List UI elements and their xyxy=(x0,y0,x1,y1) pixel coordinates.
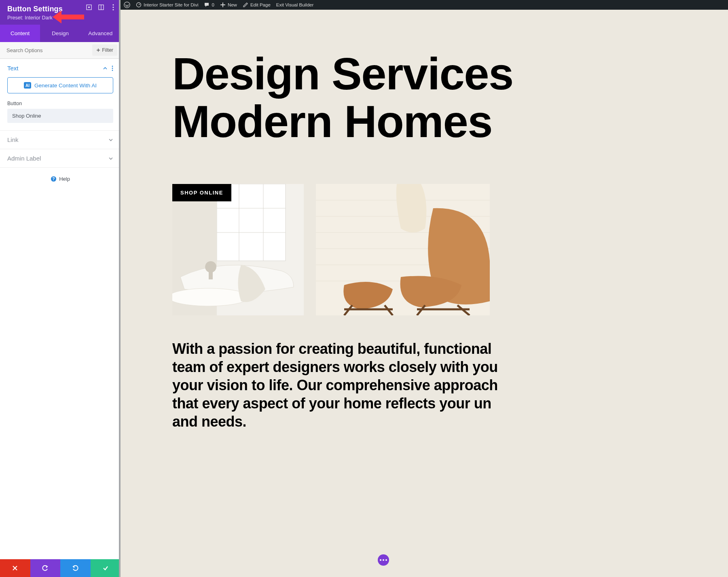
help-label: Help xyxy=(59,176,70,182)
search-input[interactable] xyxy=(0,42,89,58)
wp-admin-bar: Interior Starter Site for Divi 0 New Edi… xyxy=(121,0,728,10)
settings-sidebar: Button Settings Preset: Interior Dark xyxy=(0,0,121,577)
group-text-header[interactable]: Text xyxy=(0,59,121,77)
svg-text:?: ? xyxy=(52,177,55,181)
check-icon xyxy=(102,565,109,571)
group-admin-label-title: Admin Label xyxy=(7,155,41,162)
ai-badge-icon: AI xyxy=(24,82,31,89)
filter-button[interactable]: Filter xyxy=(92,44,117,56)
gallery-card-2 xyxy=(316,184,490,315)
preset-label: Preset: Interior Dark xyxy=(7,15,53,21)
comments-count: 0 xyxy=(212,2,214,7)
button-text-input[interactable] xyxy=(7,109,113,123)
body-line-3: your vision to life. Our comprehensive a… xyxy=(172,376,520,394)
body-line-1: With a passion for creating beautiful, f… xyxy=(172,340,520,358)
help-icon: ? xyxy=(51,176,57,182)
svg-point-6 xyxy=(112,9,114,10)
save-button[interactable] xyxy=(91,559,121,577)
svg-point-8 xyxy=(112,68,113,69)
button-field-label: Button xyxy=(7,101,113,106)
shop-online-button[interactable]: SHOP ONLINE xyxy=(172,184,231,201)
filter-label: Filter xyxy=(102,47,113,53)
plus-icon xyxy=(220,2,226,8)
group-text-title: Text xyxy=(7,65,19,72)
group-link-header[interactable]: Link xyxy=(0,131,121,149)
svg-point-21 xyxy=(172,288,249,306)
svg-point-5 xyxy=(112,6,114,8)
expand-icon[interactable] xyxy=(86,4,92,11)
body-line-5: and needs. xyxy=(172,412,520,431)
room-illustration-icon xyxy=(172,184,304,315)
chevron-down-icon xyxy=(54,16,57,19)
svg-rect-23 xyxy=(209,272,213,279)
settings-tabs: Content Design Advanced xyxy=(0,25,121,42)
svg-point-4 xyxy=(112,4,114,5)
hero-title-line1: Design Services xyxy=(172,50,728,98)
image-gallery: SHOP ONLINE xyxy=(172,184,728,315)
plus-icon xyxy=(96,48,100,52)
site-title-link[interactable]: Interior Starter Site for Divi xyxy=(136,2,198,8)
group-admin-label: Admin Label xyxy=(0,149,121,168)
edit-page-label: Edit Page xyxy=(250,2,271,7)
pencil-icon xyxy=(243,2,248,8)
body-line-2: team of expert designers works closely w… xyxy=(172,358,520,376)
panel-header: Button Settings Preset: Interior Dark xyxy=(0,0,121,25)
chevron-down-icon xyxy=(108,156,113,161)
kebab-icon[interactable] xyxy=(112,66,113,71)
body-line-4: that every aspect of your home reflects … xyxy=(172,394,520,412)
group-admin-label-header[interactable]: Admin Label xyxy=(0,149,121,167)
tab-design[interactable]: Design xyxy=(40,25,80,42)
cancel-button[interactable] xyxy=(0,559,30,577)
redo-button[interactable] xyxy=(60,559,91,577)
svg-point-9 xyxy=(112,70,113,71)
generate-ai-label: Generate Content With AI xyxy=(34,82,97,89)
builder-fab-button[interactable] xyxy=(378,554,389,566)
exit-builder-link[interactable]: Exit Visual Builder xyxy=(276,2,313,7)
group-link: Link xyxy=(0,130,121,149)
edit-page-link[interactable]: Edit Page xyxy=(243,2,271,8)
body-paragraph: With a passion for creating beautiful, f… xyxy=(172,340,520,431)
exit-builder-label: Exit Visual Builder xyxy=(276,2,313,7)
wordpress-logo-icon[interactable] xyxy=(124,2,130,8)
group-text: Text AI Generate Content With AI Button xyxy=(0,59,121,130)
chair-illustration-icon xyxy=(316,184,490,315)
generate-ai-button[interactable]: AI Generate Content With AI xyxy=(7,77,113,93)
chevron-up-icon xyxy=(103,66,108,71)
undo-button[interactable] xyxy=(30,559,61,577)
group-link-title: Link xyxy=(7,136,19,143)
preview-canvas: Interior Starter Site for Divi 0 New Edi… xyxy=(121,0,728,577)
panel-layout-icon[interactable] xyxy=(98,4,104,11)
gallery-card-1: SHOP ONLINE xyxy=(172,184,304,315)
svg-point-22 xyxy=(205,261,216,273)
comments-link[interactable]: 0 xyxy=(204,2,214,8)
tab-content[interactable]: Content xyxy=(0,25,40,42)
svg-point-1 xyxy=(88,6,90,8)
tab-advanced[interactable]: Advanced xyxy=(80,25,121,42)
hero-title-line2: Modern Homes xyxy=(172,98,728,146)
new-label: New xyxy=(228,2,237,7)
close-icon xyxy=(12,565,18,571)
search-row: Filter xyxy=(0,42,121,59)
svg-point-7 xyxy=(112,66,113,67)
redo-icon xyxy=(72,565,78,571)
action-bar xyxy=(0,559,121,577)
chevron-down-icon xyxy=(108,137,113,142)
page-content: Design Services Modern Homes xyxy=(121,10,728,577)
preset-selector[interactable]: Preset: Interior Dark xyxy=(7,15,113,21)
site-title: Interior Starter Site for Divi xyxy=(144,2,198,7)
comment-icon xyxy=(204,2,210,8)
new-link[interactable]: New xyxy=(220,2,237,8)
more-options-icon[interactable] xyxy=(110,4,116,11)
undo-icon xyxy=(42,565,49,571)
gauge-icon xyxy=(136,2,142,8)
more-icon xyxy=(380,559,387,561)
help-link[interactable]: ? Help xyxy=(0,168,121,190)
